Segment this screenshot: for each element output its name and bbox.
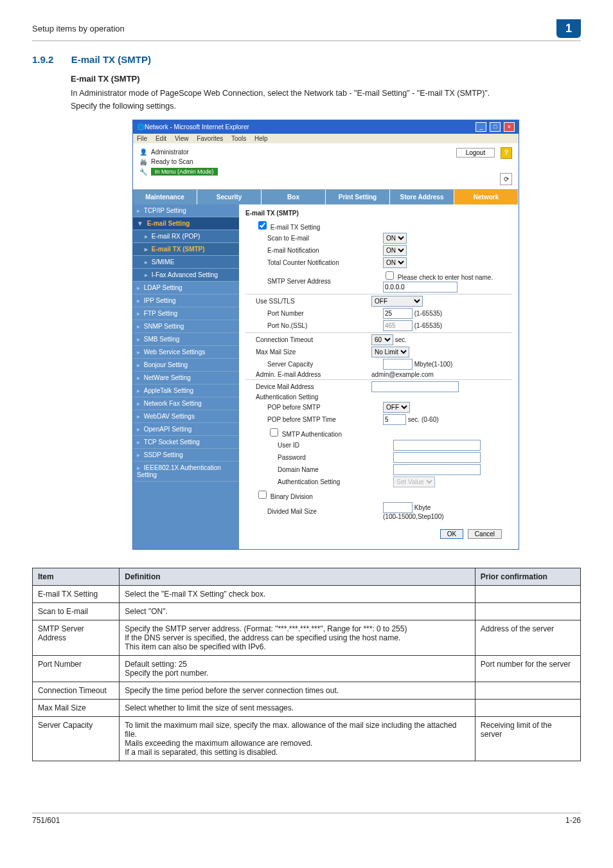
status-mode: In Menu (Admin Mode) xyxy=(151,168,218,176)
sidebar-item-e-mail-rx-pop-[interactable]: ▸ E-mail RX (POP) xyxy=(133,230,239,243)
sidebar-item-openapi-setting[interactable]: ▸ OpenAPI Setting xyxy=(133,423,239,436)
use-ssl-select[interactable]: OFF xyxy=(371,296,423,307)
logout-button[interactable]: Logout xyxy=(456,148,495,158)
browser-menubar[interactable]: File Edit View Favorites Tools Help xyxy=(133,134,519,143)
cell-prior xyxy=(475,700,580,717)
scan-to-email-select[interactable]: ON xyxy=(383,233,407,244)
binary-checkbox[interactable] xyxy=(258,491,267,499)
maximize-button[interactable]: □ xyxy=(490,122,501,132)
smtp-address-label: SMTP Server Address xyxy=(245,278,383,285)
chevron-icon: ▸ xyxy=(145,246,150,253)
menu-help[interactable]: Help xyxy=(254,135,268,142)
help-icon[interactable]: ? xyxy=(501,147,512,159)
sidebar-item-tcp-ip-setting[interactable]: ▸ TCP/IP Setting xyxy=(133,204,239,217)
port-number-input[interactable] xyxy=(383,308,413,319)
sidebar-item-web-service-settings[interactable]: ▸ Web Service Settings xyxy=(133,346,239,359)
sidebar-item-s-mime[interactable]: ▸ S/MIME xyxy=(133,256,239,269)
divided-label: Divided Mail Size xyxy=(245,508,383,515)
sidebar-item-bonjour-setting[interactable]: ▸ Bonjour Setting xyxy=(133,359,239,372)
email-tx-setting-label: E-mail TX Setting xyxy=(271,224,321,231)
sidebar-item-e-mail-tx-smtp-[interactable]: ▸ E-mail TX (SMTP) xyxy=(133,243,239,256)
scan-to-email-label: Scan to E-mail xyxy=(245,235,383,242)
sidebar-item-e-mail-setting[interactable]: ▼ E-mail Setting xyxy=(133,217,239,230)
chevron-icon: ▸ xyxy=(137,400,142,407)
smtp-address-input[interactable] xyxy=(383,282,458,293)
sidebar-item-webdav-settings[interactable]: ▸ WebDAV Settings xyxy=(133,410,239,423)
table-row: Scan to E-mailSelect "ON". xyxy=(33,603,581,620)
reload-icon[interactable]: ⟳ xyxy=(500,173,512,185)
sidebar-item-ftp-setting[interactable]: ▸ FTP Setting xyxy=(133,307,239,320)
sidebar-item-appletalk-setting[interactable]: ▸ AppleTalk Setting xyxy=(133,384,239,397)
sidebar-item-i-fax-advanced-setting[interactable]: ▸ I-Fax Advanced Setting xyxy=(133,269,239,282)
tab-print-setting[interactable]: Print Setting xyxy=(326,190,390,204)
user-id-label: User ID xyxy=(245,442,393,449)
menu-tools[interactable]: Tools xyxy=(231,135,246,142)
divided-hint: (100-15000,Step100) xyxy=(383,513,444,520)
email-tx-setting-checkbox[interactable] xyxy=(258,221,267,230)
total-counter-label: Total Counter Notification xyxy=(245,259,383,266)
divided-unit: Kbyte xyxy=(414,504,431,511)
subheading: E-mail TX (SMTP) xyxy=(71,74,581,84)
pop-before-select[interactable]: OFF xyxy=(383,402,410,413)
sidebar-item-smb-setting[interactable]: ▸ SMB Setting xyxy=(133,333,239,346)
conn-timeout-select[interactable]: 60 xyxy=(371,334,393,345)
email-notification-select[interactable]: ON xyxy=(383,245,407,256)
cancel-button[interactable]: Cancel xyxy=(468,529,502,539)
sidebar-item-ssdp-setting[interactable]: ▸ SSDP Setting xyxy=(133,449,239,462)
menu-favorites[interactable]: Favorites xyxy=(197,135,223,142)
server-capacity-input[interactable] xyxy=(383,359,413,370)
tab-store-address[interactable]: Store Address xyxy=(390,190,454,204)
sidebar-item-netware-setting[interactable]: ▸ NetWare Setting xyxy=(133,372,239,384)
content-title: E-mail TX (SMTP) xyxy=(245,210,512,217)
device-email-input[interactable] xyxy=(371,381,459,392)
window-title: Network - Microsoft Internet Explorer xyxy=(145,123,474,131)
sidebar-item-ldap-setting[interactable]: ▸ LDAP Setting xyxy=(133,282,239,294)
tab-maintenance[interactable]: Maintenance xyxy=(133,190,197,204)
password-input[interactable] xyxy=(393,452,481,463)
tab-row: MaintenanceSecurityBoxPrint SettingStore… xyxy=(133,190,519,204)
window-controls: _ □ × xyxy=(474,122,515,132)
domain-input[interactable] xyxy=(393,464,481,475)
cell-prior xyxy=(475,586,580,603)
cell-definition: Select whether to limit the size of sent… xyxy=(120,700,475,717)
sidebar-item-ipp-setting[interactable]: ▸ IPP Setting xyxy=(133,294,239,307)
cell-prior: Port number for the server xyxy=(475,656,580,682)
chevron-icon: ▸ xyxy=(145,258,150,266)
definitions-table: Item Definition Prior confirmation E-mai… xyxy=(32,568,581,761)
sidebar-item-network-fax-setting[interactable]: ▸ Network Fax Setting xyxy=(133,397,239,410)
tab-network[interactable]: Network xyxy=(454,190,519,204)
close-button[interactable]: × xyxy=(504,122,515,132)
total-counter-select[interactable]: ON xyxy=(383,257,407,268)
domain-label: Domain Name xyxy=(245,466,393,473)
minimize-button[interactable]: _ xyxy=(475,122,486,132)
divided-input[interactable] xyxy=(383,502,413,513)
printer-icon: 🖨️ xyxy=(139,158,147,165)
max-mail-select[interactable]: No Limit xyxy=(371,347,409,357)
chevron-icon: ▸ xyxy=(137,207,142,214)
chevron-icon: ▸ xyxy=(145,233,150,240)
menu-edit[interactable]: Edit xyxy=(155,135,166,142)
cell-definition: To limit the maximum mail size, specify … xyxy=(120,717,475,761)
cell-item: E-mail TX Setting xyxy=(33,586,120,603)
sidebar-item-snmp-setting[interactable]: ▸ SNMP Setting xyxy=(133,320,239,333)
menu-file[interactable]: File xyxy=(137,135,147,142)
port-ssl-hint: (1-65535) xyxy=(414,322,442,329)
smtp-hostname-checkbox[interactable] xyxy=(386,271,394,280)
use-ssl-label: Use SSL/TLS xyxy=(245,298,371,305)
user-id-input[interactable] xyxy=(393,440,481,451)
chevron-icon: ▸ xyxy=(137,361,142,368)
server-capacity-label: Server Capacity xyxy=(245,361,383,368)
sidebar-item-ieee802-1x-authentication-setting[interactable]: ▸ IEEE802.1X Authentication Setting xyxy=(133,462,239,482)
sidebar-item-tcp-socket-setting[interactable]: ▸ TCP Socket Setting xyxy=(133,436,239,449)
smtp-auth-checkbox[interactable] xyxy=(270,428,278,437)
admin-email-label: Admin. E-mail Address xyxy=(245,371,371,378)
chevron-icon: ▸ xyxy=(137,284,142,291)
tab-security[interactable]: Security xyxy=(197,190,262,204)
pop-time-input[interactable] xyxy=(383,414,406,425)
tab-box[interactable]: Box xyxy=(262,190,326,204)
menu-view[interactable]: View xyxy=(175,135,189,142)
ok-button[interactable]: OK xyxy=(440,529,463,539)
cell-item: Connection Timeout xyxy=(33,682,120,700)
admin-label: Administrator xyxy=(151,149,189,156)
th-item: Item xyxy=(33,568,120,586)
